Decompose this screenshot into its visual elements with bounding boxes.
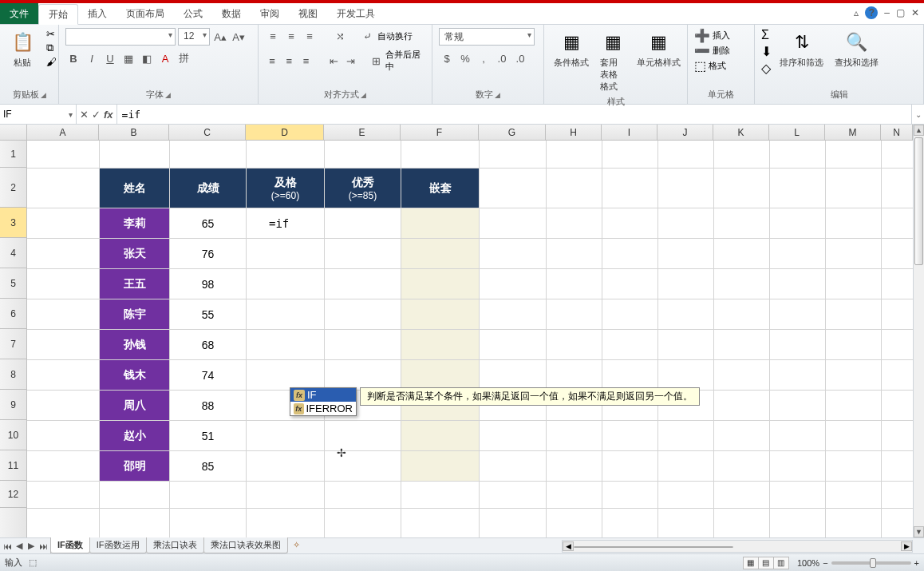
scroll-left-icon[interactable]: ◀	[563, 541, 574, 551]
cell-pass[interactable]: =if	[247, 208, 325, 239]
cell-name[interactable]: 赵小	[100, 421, 170, 451]
merge-button[interactable]: ⊞	[369, 53, 383, 69]
cell-name[interactable]: 陈宇	[100, 299, 170, 330]
cell-score[interactable]: 65	[170, 208, 247, 239]
grow-font-icon[interactable]: A▴	[212, 29, 228, 45]
cell-excellent[interactable]	[325, 421, 401, 451]
row-header-8[interactable]: 8	[0, 359, 26, 390]
sheet-tab[interactable]: 乘法口诀表	[146, 537, 204, 553]
sheet-nav-prev-icon[interactable]: ◀	[14, 541, 25, 551]
comma-icon[interactable]: ,	[476, 50, 492, 66]
cell-nest[interactable]	[401, 421, 480, 451]
cell-pass[interactable]	[247, 269, 325, 299]
cell-pass[interactable]	[247, 451, 325, 482]
indent-increase-icon[interactable]: ⇥	[344, 53, 358, 69]
macro-record-icon[interactable]: ⬚	[29, 557, 37, 568]
align-right-icon[interactable]: ≡	[298, 53, 313, 69]
cell-excellent[interactable]	[325, 299, 401, 330]
cell-nest[interactable]	[401, 451, 480, 482]
fx-icon[interactable]: fx	[104, 109, 113, 121]
align-middle-icon[interactable]: ≡	[283, 28, 299, 44]
sheet-tab[interactable]: 乘法口诀表效果图	[203, 537, 288, 553]
hscroll-thumb[interactable]	[574, 546, 733, 548]
tab-pagelayout[interactable]: 页面布局	[116, 3, 174, 24]
formatpainter-icon[interactable]: 🖌	[46, 56, 57, 68]
dialog-launcher-icon[interactable]: ◢	[495, 91, 500, 99]
help-icon[interactable]: ?	[865, 6, 878, 19]
row-header-6[interactable]: 6	[0, 299, 26, 329]
cell-pass[interactable]	[247, 239, 325, 269]
cell-score[interactable]: 76	[170, 239, 247, 269]
view-pagelayout-icon[interactable]: ▤	[758, 557, 774, 569]
cell-excellent[interactable]	[325, 208, 401, 239]
tab-data[interactable]: 数据	[212, 3, 251, 24]
row-header-11[interactable]: 11	[0, 450, 26, 481]
cell-nest[interactable]	[401, 269, 480, 299]
horizontal-scrollbar[interactable]: ◀ ▶	[562, 540, 913, 553]
cut-icon[interactable]: ✂	[46, 28, 57, 40]
cell-nest[interactable]	[401, 330, 480, 360]
col-header-B[interactable]: B	[99, 125, 169, 140]
find-select-button[interactable]: 🔍查找和选择	[831, 28, 882, 70]
tab-developer[interactable]: 开发工具	[327, 3, 385, 24]
cell-pass[interactable]	[247, 330, 325, 360]
row-header-7[interactable]: 7	[0, 329, 26, 359]
cell-name[interactable]: 李莉	[100, 208, 170, 239]
bold-button[interactable]: B	[65, 50, 81, 66]
row-header-5[interactable]: 5	[0, 268, 26, 299]
cell-score[interactable]: 88	[170, 391, 247, 421]
minimize-icon[interactable]: –	[884, 7, 890, 18]
tab-formulas[interactable]: 公式	[174, 3, 212, 24]
dialog-launcher-icon[interactable]: ◢	[165, 91, 171, 99]
file-tab[interactable]: 文件	[0, 3, 38, 24]
tab-review[interactable]: 审阅	[251, 3, 289, 24]
vertical-scrollbar[interactable]: ▲ ▼	[913, 125, 924, 537]
cell-pass[interactable]	[247, 421, 325, 451]
cell-score[interactable]: 98	[170, 269, 247, 299]
cell-excellent[interactable]	[325, 451, 401, 482]
cell-score[interactable]: 74	[170, 360, 247, 391]
sheet-nav-last-icon[interactable]: ⏭	[38, 541, 49, 551]
close-icon[interactable]: ✕	[911, 7, 919, 18]
font-size-combo[interactable]: 12	[178, 28, 210, 46]
shrink-font-icon[interactable]: A▾	[231, 29, 247, 45]
dialog-launcher-icon[interactable]: ◢	[41, 91, 46, 99]
row-header-9[interactable]: 9	[0, 390, 26, 420]
font-color-button[interactable]: A	[157, 50, 173, 66]
delete-cells-icon[interactable]: ➖	[694, 43, 710, 58]
format-as-table-button[interactable]: ▦套用 表格格式	[597, 28, 629, 94]
cell-excellent[interactable]	[325, 330, 401, 360]
func-item-iferror[interactable]: fxIFERROR	[290, 402, 356, 415]
tab-insert[interactable]: 插入	[78, 3, 116, 24]
col-header-M[interactable]: M	[825, 125, 881, 140]
cell-score[interactable]: 55	[170, 299, 247, 330]
clear-icon[interactable]: ◇	[761, 61, 771, 76]
fill-icon[interactable]: ⬇	[761, 44, 772, 59]
func-item-if[interactable]: fxIF	[290, 388, 356, 402]
cell-pass[interactable]	[247, 360, 325, 391]
col-header-I[interactable]: I	[602, 125, 657, 140]
sheet-tab[interactable]: IF函数	[50, 537, 90, 553]
zoom-level[interactable]: 100%	[797, 558, 819, 568]
cell-score[interactable]: 85	[170, 451, 247, 482]
col-header-E[interactable]: E	[324, 125, 401, 140]
row-header-3[interactable]: 3	[0, 208, 26, 238]
row-header-2[interactable]: 2	[0, 168, 26, 208]
cell-score[interactable]: 51	[170, 421, 247, 451]
scroll-up-icon[interactable]: ▲	[914, 125, 924, 136]
formula-input[interactable]: =if	[117, 105, 911, 124]
col-header-J[interactable]: J	[657, 125, 713, 140]
cell-nest[interactable]	[401, 299, 480, 330]
italic-button[interactable]: I	[84, 50, 100, 66]
sheet-nav-next-icon[interactable]: ▶	[26, 541, 37, 551]
col-header-N[interactable]: N	[881, 125, 913, 140]
cell-pass[interactable]	[247, 299, 325, 330]
cancel-formula-icon[interactable]: ✕	[80, 109, 89, 121]
font-name-combo[interactable]	[65, 28, 176, 46]
cell-name[interactable]: 周八	[100, 391, 170, 421]
col-header-L[interactable]: L	[769, 125, 825, 140]
cell-name[interactable]: 王五	[100, 269, 170, 299]
tab-view[interactable]: 视图	[289, 3, 327, 24]
increase-decimal-icon[interactable]: .0	[494, 50, 510, 66]
autosum-icon[interactable]: Σ	[761, 28, 769, 42]
